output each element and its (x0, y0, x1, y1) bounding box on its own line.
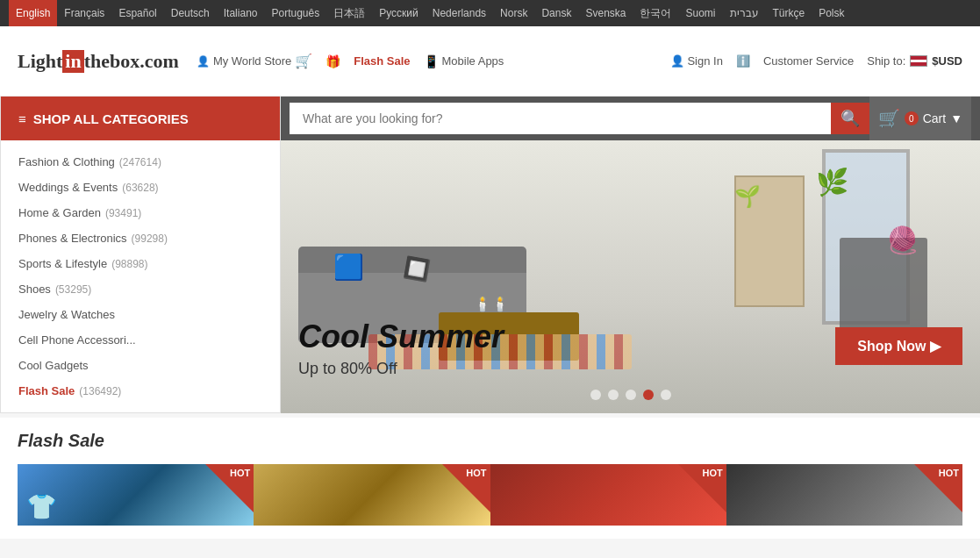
banner-dot-3[interactable] (626, 390, 636, 400)
cart-count-badge: 0 (905, 111, 919, 125)
product-card-1[interactable]: 👕 HOT (18, 464, 254, 526)
lang-svenska[interactable]: Svenska (578, 0, 633, 26)
logo-light: Light (18, 50, 62, 73)
hot-badge-text-4: HOT (939, 468, 959, 478)
category-item-jewelry[interactable]: Jewelry & Watches (1, 302, 280, 327)
hot-badge-text-2: HOT (466, 468, 486, 478)
shop-now-button[interactable]: Shop Now ▶ (835, 327, 962, 365)
sidebar-header: ≡ SHOP ALL CATEGORIES (1, 97, 280, 140)
category-item-gadgets[interactable]: Cool Gadgets (1, 353, 280, 378)
lang-turkish[interactable]: Türkçe (766, 0, 812, 26)
lang-dansk[interactable]: Dansk (534, 0, 578, 26)
lang-korean[interactable]: 한국어 (633, 0, 678, 26)
search-input[interactable] (290, 103, 831, 134)
lang-hebrew[interactable]: עברית (723, 0, 766, 26)
chevron-down-icon: ▼ (950, 111, 962, 125)
flash-sale-header-link[interactable]: Flash Sale (354, 54, 410, 68)
info-icon: ℹ️ (736, 54, 750, 68)
lang-polish[interactable]: Polsk (812, 0, 851, 26)
user-icon: 👤 (670, 54, 684, 68)
category-item-shoes[interactable]: Shoes (53295) (1, 276, 280, 302)
banner-dots (590, 390, 671, 400)
product-grid: 👕 HOT HOT HOT HOT (18, 464, 962, 526)
hot-badge-text-3: HOT (703, 468, 723, 478)
person-icon: 👤 (197, 55, 210, 68)
category-item-home[interactable]: Home & Garden (93491) (1, 200, 280, 225)
header-right: 👤 Sign In ℹ️ Customer Service Ship to: $… (670, 54, 962, 68)
customer-service-link[interactable]: Customer Service (763, 54, 854, 68)
category-item-fashion[interactable]: Fashion & Clothing (247614) (1, 149, 280, 175)
cart-icon: 🛒 (295, 53, 312, 69)
grid-icon: ≡ (18, 111, 26, 126)
banner-title: Cool Summer (298, 318, 504, 355)
gift-icon-wrap: 🎁 (325, 54, 340, 68)
logo-in: in (62, 50, 83, 73)
banner-dot-1[interactable] (590, 390, 601, 400)
lang-deutsch[interactable]: Deutsch (164, 0, 217, 26)
banner-dot-2[interactable] (608, 390, 619, 400)
product-card-3[interactable]: HOT (490, 464, 726, 526)
category-item-weddings[interactable]: Weddings & Events (63628) (1, 175, 280, 200)
sidebar: ≡ SHOP ALL CATEGORIES Fashion & Clothing… (0, 97, 281, 413)
banner-text: Cool Summer Up to 80% Off (298, 318, 504, 378)
search-bar: 🔍 🛒 0 Cart ▼ (281, 97, 980, 140)
content-area: 🔍 🛒 0 Cart ▼ 🌿 🌱 (281, 97, 980, 413)
header-middle: 👤 My World Store 🛒 🎁 Flash Sale 📱 Mobile… (197, 53, 671, 69)
main-area: ≡ SHOP ALL CATEGORIES Fashion & Clothing… (0, 97, 980, 413)
cart-icon: 🛒 (878, 108, 900, 129)
lang-espanol[interactable]: Español (111, 0, 163, 26)
cart-button[interactable]: 🛒 0 Cart ▼ (869, 97, 971, 140)
ship-to-area: Ship to: $USD (867, 54, 962, 68)
lang-russian[interactable]: Русский (372, 0, 426, 26)
banner-dot-5[interactable] (661, 390, 671, 400)
language-bar: English Français Español Deutsch Italian… (0, 0, 980, 26)
my-world-store-link[interactable]: 👤 My World Store 🛒 (197, 53, 312, 69)
site-header: Lightinthebox.com 👤 My World Store 🛒 🎁 F… (0, 26, 980, 97)
lang-norsk[interactable]: Norsk (493, 0, 534, 26)
flash-sale-section: Flash Sale 👕 HOT HOT HOT (0, 418, 980, 539)
lang-japanese[interactable]: 日本語 (326, 0, 372, 26)
mobile-icon: 📱 (424, 54, 439, 68)
us-flag-icon (910, 55, 927, 67)
banner-subtitle: Up to 80% Off (298, 360, 504, 378)
banner-dot-4[interactable] (643, 390, 654, 400)
logo-thebox: thebox.com (84, 50, 179, 73)
lang-portugues[interactable]: Português (264, 0, 326, 26)
hot-badge-text-1: HOT (230, 468, 250, 478)
site-logo[interactable]: Lightinthebox.com (18, 50, 179, 73)
hero-banner: 🌿 🌱 🟦 🔲 🕯️🕯️ 🧶 Cool Summer (281, 140, 980, 413)
category-item-phones[interactable]: Phones & Electronics (99298) (1, 225, 280, 251)
search-icon: 🔍 (841, 109, 860, 128)
category-item-flash-sale[interactable]: Flash Sale (136492) (1, 378, 280, 404)
lang-francais[interactable]: Français (57, 0, 111, 26)
sign-in-link[interactable]: 👤 Sign In (670, 54, 722, 68)
lang-suomi[interactable]: Suomi (678, 0, 722, 26)
category-item-sports[interactable]: Sports & Lifestyle (98898) (1, 251, 280, 276)
flash-sale-title: Flash Sale (18, 431, 962, 451)
lang-italiano[interactable]: Italiano (217, 0, 265, 26)
product-card-2[interactable]: HOT (254, 464, 490, 526)
category-list: Fashion & Clothing (247614) Weddings & E… (1, 140, 280, 412)
product-card-4[interactable]: HOT (726, 464, 962, 526)
mobile-apps-link[interactable]: 📱 Mobile Apps (424, 54, 504, 68)
lang-dutch[interactable]: Nederlands (426, 0, 493, 26)
category-item-cellphone[interactable]: Cell Phone Accessori... (1, 327, 280, 353)
search-button[interactable]: 🔍 (831, 103, 869, 134)
lang-english[interactable]: English (9, 0, 57, 26)
